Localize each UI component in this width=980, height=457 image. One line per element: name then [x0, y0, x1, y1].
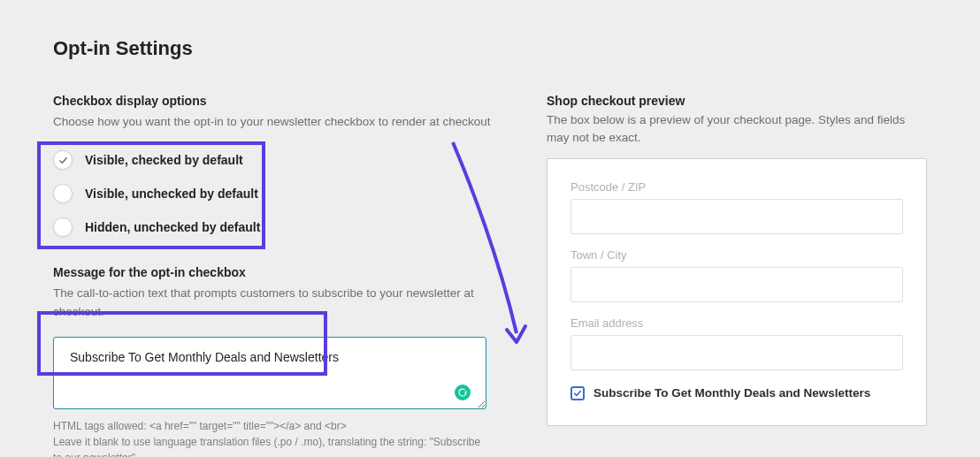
radio-icon	[53, 217, 73, 237]
checkbox-display-radio-group: Visible, checked by default Visible, unc…	[53, 143, 494, 244]
radio-icon	[53, 150, 73, 170]
message-desc: The call-to-action text that prompts cus…	[53, 285, 494, 321]
message-title: Message for the opt-in checkbox	[53, 265, 494, 279]
radio-label: Visible, unchecked by default	[85, 187, 258, 201]
radio-visible-checked[interactable]: Visible, checked by default	[53, 143, 494, 177]
preview-title: Shop checkout preview	[547, 94, 927, 108]
preview-optin-checkbox-icon	[570, 386, 585, 400]
preview-email-label: Email address	[570, 316, 903, 330]
message-textarea[interactable]	[53, 337, 486, 409]
page-title: Opt-in Settings	[53, 37, 927, 60]
preview-optin-checkbox-label: Subscribe To Get Monthly Deals and Newsl…	[593, 386, 870, 400]
radio-icon	[53, 184, 73, 203]
preview-postcode-input[interactable]	[570, 199, 903, 234]
preview-desc: The box below is a preview of your check…	[547, 111, 927, 148]
preview-optin-row[interactable]: Subscribe To Get Monthly Deals and Newsl…	[570, 386, 903, 400]
radio-label: Hidden, unchecked by default	[85, 220, 260, 234]
checkbox-options-desc: Choose how you want the opt-in to your n…	[53, 113, 494, 131]
preview-town-label: Town / City	[570, 248, 903, 262]
preview-town-input[interactable]	[570, 267, 903, 302]
preview-postcode-label: Postcode / ZIP	[570, 180, 903, 194]
preview-email-input[interactable]	[570, 335, 903, 370]
radio-visible-unchecked[interactable]: Visible, unchecked by default	[53, 177, 494, 210]
checkout-preview-box: Postcode / ZIP Town / City Email address…	[547, 158, 927, 426]
radio-hidden-unchecked[interactable]: Hidden, unchecked by default	[53, 210, 494, 244]
checkbox-options-title: Checkbox display options	[53, 94, 494, 108]
message-helper-text: HTML tags allowed: <a href="" target="" …	[53, 418, 486, 457]
radio-label: Visible, checked by default	[85, 153, 243, 167]
grammarly-icon[interactable]	[455, 385, 471, 400]
